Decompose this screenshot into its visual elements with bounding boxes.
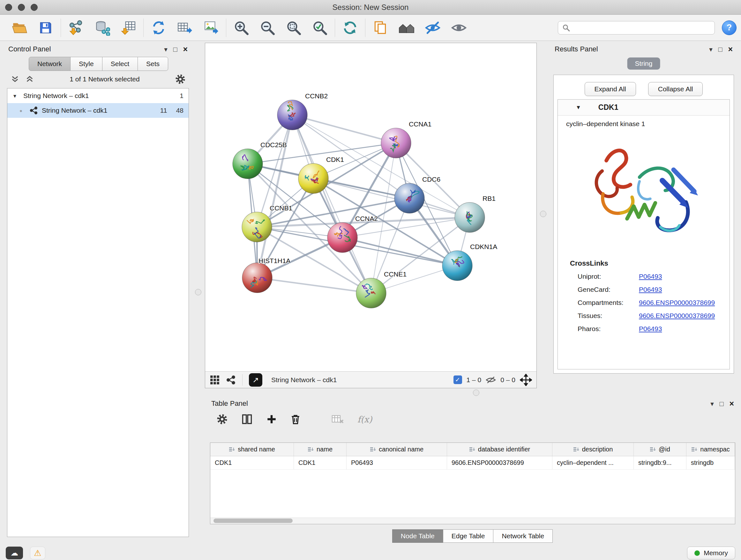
- table-row[interactable]: CDK1CDK1P064939606.ENSP00000378699cyclin…: [210, 456, 735, 470]
- network-node-CDK1[interactable]: [298, 164, 328, 193]
- arrow-ne-icon: ↗: [253, 375, 259, 384]
- delete-column-icon[interactable]: [290, 414, 300, 425]
- expand-all-icon[interactable]: [25, 75, 35, 83]
- table-settings-gear-icon[interactable]: [216, 414, 228, 425]
- first-neighbors-button[interactable]: [398, 19, 415, 37]
- tab-string[interactable]: String: [627, 57, 660, 70]
- panel-float-icon[interactable]: □: [173, 46, 178, 53]
- column-header[interactable]: canonical name: [347, 443, 447, 456]
- tab-select[interactable]: Select: [102, 57, 138, 71]
- crosslink-link[interactable]: 9606.ENSP00000378699: [639, 299, 715, 307]
- column-header[interactable]: namespac: [686, 443, 735, 456]
- selected-checkbox-icon[interactable]: ✓: [454, 375, 462, 384]
- crosslink-link[interactable]: P06493: [639, 325, 662, 333]
- zoom-in-button[interactable]: [232, 19, 250, 37]
- panel-close-icon[interactable]: ×: [183, 45, 188, 53]
- tab-sets[interactable]: Sets: [138, 57, 168, 71]
- cloud-icon[interactable]: ☁: [6, 547, 23, 559]
- tab-node-table[interactable]: Node Table: [392, 530, 443, 543]
- network-node-CCNA2[interactable]: [327, 223, 357, 253]
- panel-collapse-icon[interactable]: ▾: [164, 46, 167, 53]
- panel-collapse-icon[interactable]: ▾: [711, 400, 714, 407]
- export-table-button[interactable]: [176, 19, 193, 37]
- collapse-all-button[interactable]: Collapse All: [648, 82, 703, 96]
- memory-button[interactable]: Memory: [687, 547, 735, 559]
- panel-close-icon[interactable]: ×: [728, 45, 733, 53]
- zoom-out-button[interactable]: [259, 19, 276, 37]
- expand-all-button[interactable]: Expand All: [585, 82, 636, 96]
- panel-close-icon[interactable]: ×: [729, 400, 734, 408]
- hide-selected-button[interactable]: [424, 19, 441, 37]
- column-header[interactable]: description: [552, 443, 634, 456]
- column-header[interactable]: @id: [634, 443, 686, 456]
- network-node-CCNB1[interactable]: [242, 212, 272, 242]
- network-canvas[interactable]: CCNB2CCNA1CDC25BCDK1CDC6RB1CCNB1CCNA2CDK…: [205, 43, 536, 371]
- grid-view-icon[interactable]: [210, 375, 220, 385]
- add-column-icon[interactable]: [266, 414, 277, 425]
- network-node-CCNA1[interactable]: [381, 128, 411, 158]
- network-node-HIST1H1A[interactable]: [242, 263, 272, 293]
- toolbar-search[interactable]: [558, 21, 715, 35]
- refresh-layout-icon: [342, 20, 358, 36]
- import-network-database-button[interactable]: [93, 19, 111, 37]
- network-selection-status: 1 of 1 Network selected: [40, 75, 170, 83]
- splitter-handle[interactable]: [540, 211, 546, 217]
- network-collection-row[interactable]: ▼ String Network – cdk1 1: [7, 88, 189, 103]
- traffic-light-zoom[interactable]: [30, 4, 38, 11]
- gene-card-header[interactable]: ▼ CDK1: [558, 100, 730, 116]
- network-node-CDKN1A[interactable]: [442, 251, 472, 281]
- help-button[interactable]: ?: [722, 20, 737, 35]
- network-node-CDC6[interactable]: [394, 183, 424, 213]
- gear-icon[interactable]: [175, 74, 186, 84]
- column-header[interactable]: shared name: [210, 443, 294, 456]
- apply-layout-button[interactable]: [341, 19, 359, 37]
- splitter-handle[interactable]: [473, 389, 479, 396]
- search-input[interactable]: [574, 24, 711, 31]
- copy-document-button[interactable]: [372, 19, 389, 37]
- import-table-button[interactable]: [120, 19, 137, 37]
- show-all-button[interactable]: [450, 19, 468, 37]
- export-image-button[interactable]: [202, 19, 219, 37]
- network-graph[interactable]: CCNB2CCNA1CDC25BCDK1CDC6RB1CCNB1CCNA2CDK…: [205, 43, 536, 371]
- scrollbar-thumb[interactable]: [213, 518, 293, 523]
- splitter-handle[interactable]: [195, 289, 201, 295]
- panel-float-icon[interactable]: □: [720, 400, 724, 407]
- import-network-file-button[interactable]: [67, 19, 84, 37]
- panel-float-icon[interactable]: □: [718, 46, 723, 53]
- pan-crosshair-icon[interactable]: [520, 374, 532, 386]
- column-header[interactable]: database identifier: [447, 443, 552, 456]
- crosslink-link[interactable]: 9606.ENSP00000378699: [639, 312, 715, 320]
- open-session-button[interactable]: [11, 19, 28, 37]
- traffic-light-close[interactable]: [5, 4, 12, 11]
- column-header[interactable]: name: [294, 443, 347, 456]
- network-tree: ▼ String Network – cdk1 1 ● String Netwo…: [7, 88, 189, 537]
- panel-collapse-icon[interactable]: ▾: [709, 46, 713, 53]
- zoom-selected-button[interactable]: [311, 19, 328, 37]
- tab-network-table[interactable]: Network Table: [493, 530, 553, 543]
- network-node-CDC25B[interactable]: [232, 149, 263, 179]
- network-row[interactable]: ● String Network – cdk1 11 48: [7, 103, 189, 118]
- tab-network[interactable]: Network: [29, 57, 71, 71]
- crosslink-link[interactable]: P06493: [639, 286, 662, 294]
- export-view-button[interactable]: ↗: [249, 373, 262, 387]
- save-session-button[interactable]: [37, 19, 54, 37]
- disclosure-triangle-icon[interactable]: ▼: [12, 93, 19, 99]
- network-node-CCNE1[interactable]: [356, 278, 386, 308]
- network-node-CCNB2[interactable]: [277, 100, 307, 130]
- node-count: 11: [160, 107, 167, 114]
- network-overview-icon[interactable]: [226, 375, 236, 385]
- hidden-eye-slash-icon[interactable]: [486, 375, 496, 384]
- crosslink-link[interactable]: P06493: [639, 273, 662, 280]
- tab-style[interactable]: Style: [70, 57, 103, 71]
- network-node-RB1[interactable]: [455, 202, 485, 233]
- disclosure-triangle-icon[interactable]: ▼: [576, 105, 581, 111]
- traffic-light-minimize[interactable]: [18, 4, 25, 11]
- zoom-fit-button[interactable]: [285, 19, 302, 37]
- select-columns-icon[interactable]: [241, 414, 253, 425]
- warning-icon[interactable]: ⚠: [30, 547, 45, 559]
- horizontal-scrollbar[interactable]: [210, 517, 735, 524]
- tab-edge-table[interactable]: Edge Table: [443, 530, 494, 543]
- table-cell: cyclin–dependent ...: [552, 456, 634, 469]
- collapse-all-icon[interactable]: [10, 75, 20, 83]
- clone-network-button[interactable]: [150, 19, 167, 37]
